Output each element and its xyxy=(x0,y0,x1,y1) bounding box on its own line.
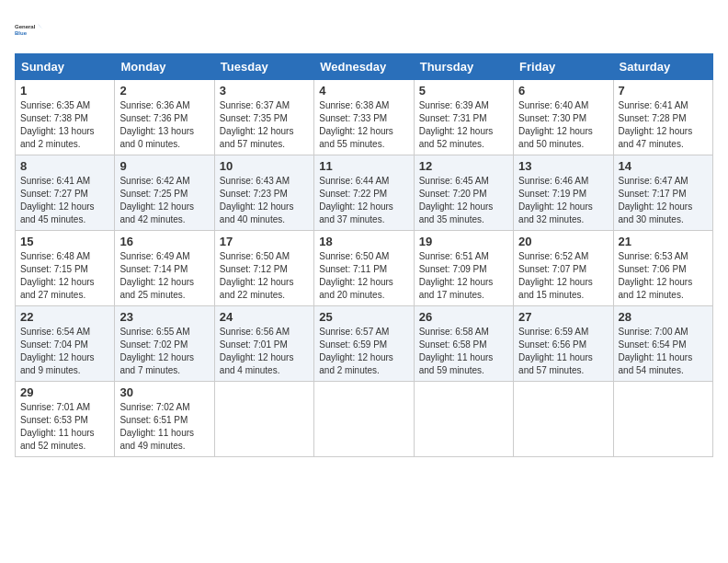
calendar-cell xyxy=(514,382,613,457)
day-info: Sunrise: 6:54 AM Sunset: 7:04 PM Dayligh… xyxy=(20,327,95,375)
day-info: Sunrise: 6:41 AM Sunset: 7:27 PM Dayligh… xyxy=(20,176,95,224)
calendar-cell xyxy=(314,382,414,457)
day-number: 27 xyxy=(518,310,608,324)
header: GeneralBlue xyxy=(15,15,713,44)
day-info: Sunrise: 6:45 AM Sunset: 7:20 PM Dayligh… xyxy=(419,176,494,224)
day-number: 21 xyxy=(619,235,708,248)
day-info: Sunrise: 7:00 AM Sunset: 6:54 PM Dayligh… xyxy=(619,327,693,375)
column-header-saturday: Saturday xyxy=(613,54,712,80)
day-number: 17 xyxy=(220,235,309,248)
week-row-4: 22 Sunrise: 6:54 AM Sunset: 7:04 PM Dayl… xyxy=(16,306,713,382)
calendar-cell: 1 Sunrise: 6:35 AM Sunset: 7:38 PM Dayli… xyxy=(16,80,115,155)
day-info: Sunrise: 6:39 AM Sunset: 7:31 PM Dayligh… xyxy=(419,100,494,149)
day-number: 6 xyxy=(518,84,608,98)
calendar-cell: 7 Sunrise: 6:41 AM Sunset: 7:28 PM Dayli… xyxy=(613,80,712,155)
column-header-thursday: Thursday xyxy=(414,54,513,80)
calendar-cell xyxy=(613,382,712,457)
day-number: 10 xyxy=(220,159,309,173)
day-info: Sunrise: 6:35 AM Sunset: 7:38 PM Dayligh… xyxy=(20,100,95,149)
day-info: Sunrise: 6:43 AM Sunset: 7:23 PM Dayligh… xyxy=(220,176,294,224)
week-row-2: 8 Sunrise: 6:41 AM Sunset: 7:27 PM Dayli… xyxy=(16,155,713,231)
column-header-sunday: Sunday xyxy=(16,54,115,80)
calendar-cell: 19 Sunrise: 6:51 AM Sunset: 7:09 PM Dayl… xyxy=(414,231,513,306)
day-info: Sunrise: 6:49 AM Sunset: 7:14 PM Dayligh… xyxy=(119,251,194,300)
week-row-5: 29 Sunrise: 7:01 AM Sunset: 6:53 PM Dayl… xyxy=(16,382,713,457)
calendar-cell: 18 Sunrise: 6:50 AM Sunset: 7:11 PM Dayl… xyxy=(314,231,414,306)
column-header-wednesday: Wednesday xyxy=(314,54,414,80)
calendar-cell: 10 Sunrise: 6:43 AM Sunset: 7:23 PM Dayl… xyxy=(214,155,313,231)
day-number: 11 xyxy=(319,159,408,173)
calendar-cell: 21 Sunrise: 6:53 AM Sunset: 7:06 PM Dayl… xyxy=(613,231,712,306)
logo-icon: GeneralBlue xyxy=(15,15,44,44)
calendar-table: SundayMondayTuesdayWednesdayThursdayFrid… xyxy=(15,53,713,457)
day-info: Sunrise: 6:46 AM Sunset: 7:19 PM Dayligh… xyxy=(518,176,593,224)
day-number: 22 xyxy=(20,310,109,324)
day-number: 19 xyxy=(419,235,508,248)
day-number: 15 xyxy=(20,235,109,248)
day-number: 18 xyxy=(319,235,408,248)
calendar-cell: 27 Sunrise: 6:59 AM Sunset: 6:56 PM Dayl… xyxy=(514,306,613,382)
calendar-cell: 9 Sunrise: 6:42 AM Sunset: 7:25 PM Dayli… xyxy=(115,155,214,231)
day-number: 9 xyxy=(119,159,209,173)
day-info: Sunrise: 6:41 AM Sunset: 7:28 PM Dayligh… xyxy=(619,100,693,149)
week-row-3: 15 Sunrise: 6:48 AM Sunset: 7:15 PM Dayl… xyxy=(16,231,713,306)
day-info: Sunrise: 6:36 AM Sunset: 7:36 PM Dayligh… xyxy=(119,100,194,149)
svg-marker-3 xyxy=(39,26,43,29)
day-info: Sunrise: 6:50 AM Sunset: 7:12 PM Dayligh… xyxy=(220,251,294,300)
day-info: Sunrise: 6:57 AM Sunset: 6:59 PM Dayligh… xyxy=(319,327,393,375)
calendar-cell: 2 Sunrise: 6:36 AM Sunset: 7:36 PM Dayli… xyxy=(115,80,214,155)
day-info: Sunrise: 6:37 AM Sunset: 7:35 PM Dayligh… xyxy=(220,100,294,149)
calendar-cell: 14 Sunrise: 6:47 AM Sunset: 7:17 PM Dayl… xyxy=(613,155,712,231)
day-info: Sunrise: 6:38 AM Sunset: 7:33 PM Dayligh… xyxy=(319,100,393,149)
calendar-cell: 5 Sunrise: 6:39 AM Sunset: 7:31 PM Dayli… xyxy=(414,80,513,155)
day-number: 2 xyxy=(119,84,209,98)
calendar-cell: 17 Sunrise: 6:50 AM Sunset: 7:12 PM Dayl… xyxy=(214,231,313,306)
svg-text:General: General xyxy=(15,24,36,29)
day-number: 3 xyxy=(220,84,309,98)
week-row-1: 1 Sunrise: 6:35 AM Sunset: 7:38 PM Dayli… xyxy=(16,80,713,155)
day-info: Sunrise: 6:52 AM Sunset: 7:07 PM Dayligh… xyxy=(518,251,593,300)
calendar-cell xyxy=(214,382,313,457)
calendar-cell: 26 Sunrise: 6:58 AM Sunset: 6:58 PM Dayl… xyxy=(414,306,513,382)
calendar-cell: 11 Sunrise: 6:44 AM Sunset: 7:22 PM Dayl… xyxy=(314,155,414,231)
calendar-cell: 24 Sunrise: 6:56 AM Sunset: 7:01 PM Dayl… xyxy=(214,306,313,382)
day-number: 16 xyxy=(119,235,209,248)
day-number: 1 xyxy=(20,84,109,98)
calendar-cell: 20 Sunrise: 6:52 AM Sunset: 7:07 PM Dayl… xyxy=(514,231,613,306)
day-number: 30 xyxy=(119,385,209,399)
calendar-cell: 15 Sunrise: 6:48 AM Sunset: 7:15 PM Dayl… xyxy=(16,231,115,306)
calendar-cell: 16 Sunrise: 6:49 AM Sunset: 7:14 PM Dayl… xyxy=(115,231,214,306)
svg-marker-2 xyxy=(38,24,41,28)
logo: GeneralBlue xyxy=(15,15,44,44)
day-number: 7 xyxy=(619,84,708,98)
calendar-cell: 25 Sunrise: 6:57 AM Sunset: 6:59 PM Dayl… xyxy=(314,306,414,382)
day-info: Sunrise: 6:40 AM Sunset: 7:30 PM Dayligh… xyxy=(518,100,593,149)
day-info: Sunrise: 6:59 AM Sunset: 6:56 PM Dayligh… xyxy=(518,327,593,375)
day-info: Sunrise: 6:47 AM Sunset: 7:17 PM Dayligh… xyxy=(619,176,693,224)
day-info: Sunrise: 7:01 AM Sunset: 6:53 PM Dayligh… xyxy=(20,402,95,451)
day-number: 20 xyxy=(518,235,608,248)
calendar-cell: 30 Sunrise: 7:02 AM Sunset: 6:51 PM Dayl… xyxy=(115,382,214,457)
column-header-friday: Friday xyxy=(514,54,613,80)
calendar-cell xyxy=(414,382,513,457)
calendar-cell: 29 Sunrise: 7:01 AM Sunset: 6:53 PM Dayl… xyxy=(16,382,115,457)
day-number: 25 xyxy=(319,310,408,324)
day-number: 23 xyxy=(119,310,209,324)
day-number: 29 xyxy=(20,385,109,399)
day-info: Sunrise: 6:56 AM Sunset: 7:01 PM Dayligh… xyxy=(220,327,294,375)
calendar-cell: 8 Sunrise: 6:41 AM Sunset: 7:27 PM Dayli… xyxy=(16,155,115,231)
day-info: Sunrise: 6:51 AM Sunset: 7:09 PM Dayligh… xyxy=(419,251,494,300)
column-header-monday: Monday xyxy=(115,54,214,80)
day-info: Sunrise: 6:55 AM Sunset: 7:02 PM Dayligh… xyxy=(119,327,194,375)
day-number: 8 xyxy=(20,159,109,173)
day-info: Sunrise: 6:42 AM Sunset: 7:25 PM Dayligh… xyxy=(119,176,194,224)
day-number: 4 xyxy=(319,84,408,98)
day-info: Sunrise: 6:50 AM Sunset: 7:11 PM Dayligh… xyxy=(319,251,393,300)
calendar-cell: 6 Sunrise: 6:40 AM Sunset: 7:30 PM Dayli… xyxy=(514,80,613,155)
day-number: 12 xyxy=(419,159,508,173)
day-number: 14 xyxy=(619,159,708,173)
calendar-cell: 28 Sunrise: 7:00 AM Sunset: 6:54 PM Dayl… xyxy=(613,306,712,382)
calendar-cell: 13 Sunrise: 6:46 AM Sunset: 7:19 PM Dayl… xyxy=(514,155,613,231)
day-number: 13 xyxy=(518,159,608,173)
day-info: Sunrise: 6:48 AM Sunset: 7:15 PM Dayligh… xyxy=(20,251,95,300)
